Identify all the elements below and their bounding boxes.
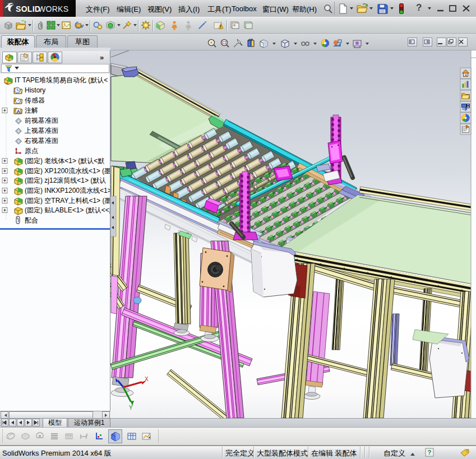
- svg-text:!: !: [220, 24, 221, 29]
- svg-text:(固定) 空TRAY上料机<1> (墨: (固定) 空TRAY上料机<1> (墨: [25, 197, 110, 205]
- svg-text:(固定) zj12滚筒线<1> (默认: (固定) zj12滚筒线<1> (默认: [25, 177, 106, 184]
- svg-text:原点: 原点: [25, 147, 38, 155]
- svg-text:(固定) 老线体<1> (默认<默: (固定) 老线体<1> (默认<默: [25, 157, 104, 165]
- svg-text:A: A: [17, 109, 21, 114]
- svg-text:WORKS: WORKS: [38, 4, 68, 13]
- svg-text:(固定) 贴LABLE<1> (默认<<默: (固定) 贴LABLE<1> (默认<<默: [25, 206, 110, 214]
- svg-text:右视基准面: 右视基准面: [24, 137, 58, 145]
- svg-text:X: X: [145, 376, 149, 382]
- svg-text:?: ?: [428, 449, 432, 456]
- svg-text:(固定) XP1200流水线<1> (墨: (固定) XP1200流水线<1> (墨: [25, 167, 110, 175]
- svg-text:注解: 注解: [25, 106, 38, 114]
- svg-text:前视基准面: 前视基准面: [25, 117, 58, 124]
- svg-text:上视基准面: 上视基准面: [25, 127, 58, 135]
- svg-text:(固定) INKXP1200流水线<1>: (固定) INKXP1200流水线<1>: [25, 187, 110, 194]
- svg-text:Y: Y: [129, 405, 133, 411]
- svg-text:SOLID: SOLID: [16, 4, 40, 13]
- svg-text:History: History: [25, 86, 45, 94]
- svg-text:传感器: 传感器: [25, 96, 45, 104]
- svg-text:IT TAPE堆垛简易自动化 (默认<: IT TAPE堆垛简易自动化 (默认<: [15, 76, 108, 84]
- svg-text:配合: 配合: [25, 216, 38, 224]
